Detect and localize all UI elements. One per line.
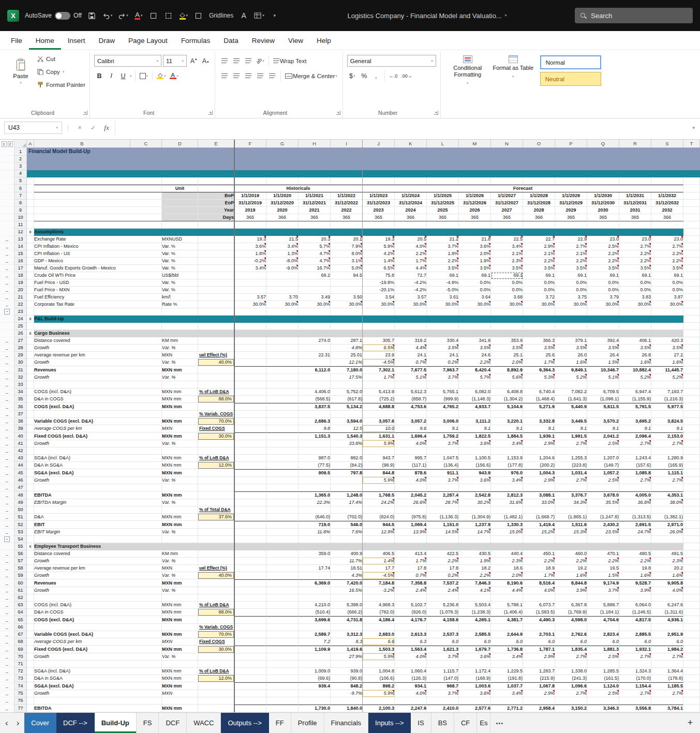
cell-T35[interactable] bbox=[683, 396, 700, 403]
cell-S33[interactable] bbox=[651, 381, 683, 388]
cell-S10[interactable]: 366 bbox=[651, 214, 683, 221]
cell-E63[interactable]: % of LoB D&A bbox=[198, 602, 234, 609]
cell-R40[interactable]: 2,096.4 bbox=[619, 432, 651, 440]
cell-G5[interactable] bbox=[266, 177, 299, 185]
cell-O9[interactable]: 2028 bbox=[523, 207, 555, 214]
cell-G41[interactable] bbox=[266, 440, 299, 447]
cell-L10[interactable]: 365 bbox=[427, 214, 459, 221]
cell-B69[interactable]: Fixed COGS (excl. D&A) bbox=[34, 646, 162, 653]
cell-B29[interactable]: Average revenue per km bbox=[34, 352, 162, 359]
cell-T21[interactable] bbox=[683, 294, 700, 301]
cell-K69[interactable]: 1,563.4 bbox=[395, 646, 427, 653]
column-header-Q[interactable]: Q bbox=[587, 140, 619, 148]
cell-P56[interactable]: 460.0 bbox=[555, 550, 587, 558]
cell-A57[interactable] bbox=[27, 558, 34, 565]
cell-K35[interactable]: (858.7) bbox=[395, 396, 427, 403]
cell-J32[interactable]: 1.7% bbox=[363, 374, 395, 381]
cell-M54[interactable] bbox=[459, 536, 491, 543]
align-top-icon[interactable] bbox=[219, 55, 230, 66]
row-header-30[interactable]: 30 bbox=[14, 359, 27, 366]
cell-H7[interactable]: 1/1/2021 bbox=[299, 192, 331, 200]
cell-T75[interactable] bbox=[683, 690, 700, 697]
cell-K23[interactable] bbox=[395, 308, 427, 316]
cell-M33[interactable] bbox=[459, 381, 491, 388]
cell-P25[interactable] bbox=[555, 323, 587, 330]
cell-F62[interactable] bbox=[234, 594, 266, 602]
cell-T47[interactable] bbox=[683, 484, 700, 491]
increase-font-icon[interactable]: A▴ bbox=[188, 55, 199, 66]
cell-I73[interactable]: (90.8) bbox=[331, 675, 363, 682]
cell-G42[interactable] bbox=[266, 447, 299, 455]
cell-G52[interactable] bbox=[266, 521, 299, 529]
cell-M61[interactable]: 4.1% bbox=[459, 587, 491, 594]
yellow-input-cell[interactable]: 12.0% bbox=[198, 675, 234, 682]
row-header-38[interactable]: 38 bbox=[14, 418, 27, 425]
cell-G22[interactable]: 30.0% bbox=[266, 301, 299, 308]
border-box-icon[interactable] bbox=[149, 11, 158, 20]
cell-T33[interactable] bbox=[683, 381, 700, 388]
cell-S8[interactable]: 31/12/2032 bbox=[651, 200, 683, 207]
cell-E18[interactable] bbox=[198, 272, 234, 279]
cell-B5[interactable] bbox=[34, 177, 162, 185]
cell-G17[interactable]: -9.0% bbox=[266, 265, 299, 272]
row-header-51[interactable]: 51 bbox=[14, 514, 27, 521]
row-header-62[interactable]: 62 bbox=[14, 594, 27, 602]
cell-I66[interactable] bbox=[331, 624, 363, 631]
cell-R30[interactable]: 1.6% bbox=[619, 359, 651, 366]
cell-B39[interactable]: Average COGS per km bbox=[34, 425, 162, 432]
cell-M58[interactable]: 18.2 bbox=[459, 565, 491, 572]
cell-O19[interactable]: 0.0% bbox=[523, 279, 555, 287]
cell-I5[interactable] bbox=[331, 177, 363, 185]
cell-J73[interactable]: (106.6) bbox=[363, 675, 395, 682]
cell-A15[interactable] bbox=[27, 250, 34, 258]
menu-tab-view[interactable]: View bbox=[281, 31, 310, 50]
cell-H30[interactable] bbox=[299, 359, 331, 366]
cell-I7[interactable]: 1/1/2022 bbox=[331, 192, 363, 200]
cell-K65[interactable]: 4,176.7 bbox=[395, 616, 427, 624]
cell-H63[interactable]: 4,210.0 bbox=[299, 602, 331, 609]
cell-B38[interactable]: Variable COGS (excl. D&A) bbox=[34, 418, 162, 425]
cell-N68[interactable]: 6.0 bbox=[491, 638, 523, 646]
cell-E52[interactable] bbox=[198, 521, 234, 529]
cell-R76[interactable] bbox=[619, 697, 651, 705]
cell-K38[interactable]: 3,057.2 bbox=[395, 418, 427, 425]
cell-R62[interactable] bbox=[619, 594, 651, 602]
row-header-37[interactable]: 37 bbox=[14, 411, 27, 418]
cell-N33[interactable] bbox=[491, 381, 523, 388]
cell-I74[interactable]: 848.2 bbox=[331, 682, 363, 690]
cell-T44[interactable] bbox=[683, 462, 700, 469]
cell-Q63[interactable]: 5,888.7 bbox=[587, 602, 619, 609]
cell-H66[interactable] bbox=[299, 624, 331, 631]
cell-O17[interactable]: 3.5% bbox=[523, 265, 555, 272]
cell-P29[interactable]: 26.0 bbox=[555, 352, 587, 359]
cell-N37[interactable] bbox=[491, 411, 523, 418]
cell-R60[interactable]: 9,528.7 bbox=[619, 579, 651, 587]
cell-O5[interactable] bbox=[523, 177, 555, 185]
cell-A28[interactable] bbox=[27, 345, 34, 352]
cell-I41[interactable]: 33.8% bbox=[331, 440, 363, 447]
cell-I42[interactable] bbox=[331, 447, 363, 455]
row-header-66[interactable]: 66 bbox=[14, 624, 27, 631]
cell-T28[interactable] bbox=[683, 345, 700, 352]
cell-E48[interactable] bbox=[198, 491, 234, 499]
cell-S68[interactable]: 6.0 bbox=[651, 638, 683, 646]
cell-Q28[interactable]: 3.5% bbox=[587, 345, 619, 352]
cell-K32[interactable]: 5.1% bbox=[395, 374, 427, 381]
cell-B73[interactable]: D&A in SG&A bbox=[34, 675, 162, 682]
cell-Q10[interactable]: 365 bbox=[587, 214, 619, 221]
cell-R70[interactable]: 2.7% bbox=[619, 653, 651, 661]
cell-J60[interactable]: 7,184.8 bbox=[363, 579, 395, 587]
cell-A75[interactable] bbox=[27, 690, 34, 697]
cell-A49[interactable] bbox=[27, 499, 34, 506]
cell-S58[interactable]: 20.2 bbox=[651, 565, 683, 572]
cell-B47[interactable] bbox=[34, 484, 162, 491]
cell-D72[interactable]: MXN mm bbox=[162, 668, 198, 675]
cell-J14[interactable]: 5.9% bbox=[363, 243, 395, 250]
cell-P21[interactable]: 3.75 bbox=[555, 294, 587, 301]
cell-D33[interactable] bbox=[162, 381, 198, 388]
cell-O58[interactable]: 18.9 bbox=[523, 565, 555, 572]
yellow-input-cell[interactable]: 40.0% bbox=[198, 572, 234, 579]
cell-R45[interactable]: 1,085.8 bbox=[619, 469, 651, 477]
column-header-K[interactable]: K bbox=[395, 140, 427, 148]
cell-L70[interactable]: 3.7% bbox=[427, 653, 459, 661]
